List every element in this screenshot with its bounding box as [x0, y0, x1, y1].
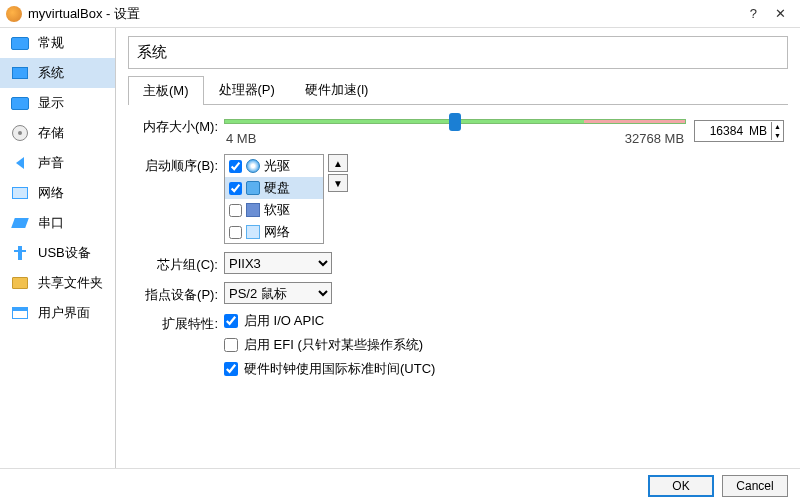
titlebar: myvirtualBox - 设置 ? ✕ — [0, 0, 800, 28]
chipset-label: 芯片组(C): — [132, 253, 224, 274]
check-io-apic[interactable] — [224, 314, 238, 328]
memory-unit: MB — [747, 124, 771, 138]
slider-thumb-icon[interactable] — [449, 113, 461, 131]
pointing-select[interactable]: PS/2 鼠标 — [224, 282, 332, 304]
memory-min: 4 MB — [226, 131, 256, 146]
sidebar-item-label: 共享文件夹 — [38, 274, 103, 292]
ui-icon — [12, 307, 28, 319]
memory-max: 32768 MB — [625, 131, 684, 146]
cancel-button[interactable]: Cancel — [722, 475, 788, 497]
sidebar-item-label: 网络 — [38, 184, 64, 202]
boot-order-label: 启动顺序(B): — [132, 154, 224, 175]
monitor-icon — [11, 97, 29, 110]
sidebar-item-label: 串口 — [38, 214, 64, 232]
memory-spinner[interactable]: ▲▼ — [771, 122, 783, 140]
sidebar-item-label: 系统 — [38, 64, 64, 82]
boot-item-floppy[interactable]: 软驱 — [225, 199, 323, 221]
boot-item-label: 硬盘 — [264, 179, 290, 197]
boot-item-harddisk[interactable]: 硬盘 — [225, 177, 323, 199]
section-title: 系统 — [128, 36, 788, 69]
network-icon — [246, 225, 260, 239]
sidebar-item-storage[interactable]: 存储 — [0, 118, 115, 148]
boot-check-optical[interactable] — [229, 160, 242, 173]
memory-input-group: MB ▲▼ — [694, 120, 784, 142]
serial-icon — [11, 218, 29, 228]
chip-icon — [12, 67, 28, 79]
sidebar-item-shared-folders[interactable]: 共享文件夹 — [0, 268, 115, 298]
tab-acceleration[interactable]: 硬件加速(l) — [290, 75, 384, 104]
check-utc[interactable] — [224, 362, 238, 376]
memory-input[interactable] — [695, 124, 747, 138]
help-button[interactable]: ? — [750, 6, 757, 21]
floppy-icon — [246, 203, 260, 217]
boot-move-up[interactable]: ▲ — [328, 154, 348, 172]
boot-item-network[interactable]: 网络 — [225, 221, 323, 243]
memory-label: 内存大小(M): — [132, 115, 224, 136]
network-icon — [12, 187, 28, 199]
spin-up-icon[interactable]: ▲ — [772, 122, 783, 131]
boot-move-down[interactable]: ▼ — [328, 174, 348, 192]
check-label: 启用 I/O APIC — [244, 312, 324, 330]
check-label: 启用 EFI (只针对某些操作系统) — [244, 336, 423, 354]
spin-down-icon[interactable]: ▼ — [772, 131, 783, 140]
monitor-icon — [11, 37, 29, 50]
sidebar-item-serial[interactable]: 串口 — [0, 208, 115, 238]
boot-item-label: 网络 — [264, 223, 290, 241]
app-icon — [6, 6, 22, 22]
memory-slider[interactable] — [224, 115, 686, 129]
folder-icon — [12, 277, 28, 289]
boot-item-label: 软驱 — [264, 201, 290, 219]
sidebar-item-label: 显示 — [38, 94, 64, 112]
usb-icon — [18, 246, 22, 260]
sidebar-item-usb[interactable]: USB设备 — [0, 238, 115, 268]
window-title: myvirtualBox - 设置 — [28, 5, 750, 23]
sidebar-item-label: USB设备 — [38, 244, 91, 262]
close-button[interactable]: ✕ — [775, 6, 786, 21]
sidebar-item-label: 存储 — [38, 124, 64, 142]
boot-check-network[interactable] — [229, 226, 242, 239]
sidebar-item-network[interactable]: 网络 — [0, 178, 115, 208]
sidebar-item-display[interactable]: 显示 — [0, 88, 115, 118]
sidebar-item-system[interactable]: 系统 — [0, 58, 115, 88]
sidebar-item-label: 常规 — [38, 34, 64, 52]
pointing-label: 指点设备(P): — [132, 283, 224, 304]
check-efi[interactable] — [224, 338, 238, 352]
boot-check-floppy[interactable] — [229, 204, 242, 217]
boot-item-optical[interactable]: 光驱 — [225, 155, 323, 177]
chipset-select[interactable]: PIIX3 — [224, 252, 332, 274]
boot-check-harddisk[interactable] — [229, 182, 242, 195]
sidebar-item-audio[interactable]: 声音 — [0, 148, 115, 178]
settings-sidebar: 常规 系统 显示 存储 声音 网络 串口 USB设备 共享文件夹 用户界面 — [0, 28, 116, 468]
sidebar-item-label: 用户界面 — [38, 304, 90, 322]
sidebar-item-user-interface[interactable]: 用户界面 — [0, 298, 115, 328]
ok-button[interactable]: OK — [648, 475, 714, 497]
tab-motherboard[interactable]: 主板(M) — [128, 76, 204, 105]
boot-item-label: 光驱 — [264, 157, 290, 175]
audio-icon — [16, 157, 24, 169]
cd-icon — [246, 159, 260, 173]
boot-order-list: 光驱 硬盘 软驱 网络 — [224, 154, 324, 244]
sidebar-item-general[interactable]: 常规 — [0, 28, 115, 58]
check-label: 硬件时钟使用国际标准时间(UTC) — [244, 360, 435, 378]
sidebar-item-label: 声音 — [38, 154, 64, 172]
tabs: 主板(M) 处理器(P) 硬件加速(l) — [128, 75, 788, 105]
extended-label: 扩展特性: — [132, 312, 224, 333]
harddisk-icon — [246, 181, 260, 195]
disk-icon — [12, 125, 28, 141]
tab-processor[interactable]: 处理器(P) — [204, 75, 290, 104]
